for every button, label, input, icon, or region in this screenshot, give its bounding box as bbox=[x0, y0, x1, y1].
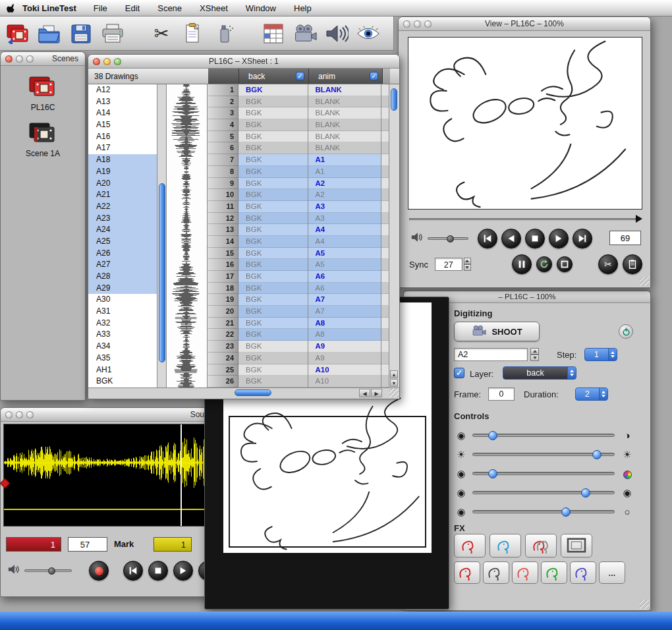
camera-icon[interactable] bbox=[291, 20, 319, 47]
back-cell[interactable]: BGK bbox=[238, 259, 308, 271]
drawing-row[interactable]: A28 bbox=[88, 271, 157, 283]
drawing-row[interactable]: A31 bbox=[88, 306, 157, 318]
sync-stepper[interactable] bbox=[464, 258, 471, 271]
drawing-row[interactable]: A35 bbox=[88, 353, 157, 364]
control-slider-4[interactable] bbox=[472, 491, 615, 494]
resize-grip[interactable] bbox=[389, 388, 399, 397]
anim-cell[interactable]: A1 bbox=[308, 166, 381, 178]
anim-cell[interactable]: A8 bbox=[308, 329, 381, 341]
menu-help[interactable]: Help bbox=[294, 3, 312, 13]
jump-start-button[interactable] bbox=[478, 229, 497, 248]
fx-more-button[interactable]: ... bbox=[599, 561, 625, 584]
sound-position-field[interactable]: 57 bbox=[68, 537, 107, 552]
fx-red-face-icon[interactable] bbox=[454, 561, 480, 584]
scrollbar-thumb[interactable] bbox=[235, 389, 271, 396]
fx-green-face-icon[interactable] bbox=[541, 561, 567, 584]
apple-menu-icon[interactable] bbox=[0, 3, 22, 13]
anim-cell[interactable]: BLANK bbox=[308, 119, 381, 131]
duration-dropdown[interactable]: 2 bbox=[575, 387, 608, 401]
drawing-row[interactable]: A17 bbox=[88, 142, 157, 154]
resize-grip[interactable] bbox=[640, 277, 649, 286]
anim-cell[interactable]: A8 bbox=[308, 318, 381, 329]
drawing-row[interactable]: A18 bbox=[88, 154, 157, 166]
anim-cell[interactable]: A2 bbox=[308, 189, 381, 201]
drawing-row[interactable]: A14 bbox=[88, 107, 157, 119]
pause-button[interactable] bbox=[512, 254, 532, 274]
scroll-right-button[interactable]: ▶ bbox=[371, 389, 382, 397]
view-eye-icon[interactable] bbox=[354, 20, 382, 47]
scrollbar-thumb[interactable] bbox=[159, 183, 165, 362]
drawing-row[interactable]: A23 bbox=[88, 213, 157, 225]
anim-cell[interactable]: A9 bbox=[308, 353, 381, 364]
drawing-row[interactable]: AH1 bbox=[88, 364, 157, 376]
anim-cell[interactable]: A5 bbox=[308, 259, 381, 271]
position-marker[interactable] bbox=[636, 215, 642, 223]
drawing-name-field[interactable]: A2 bbox=[454, 348, 528, 361]
back-cell[interactable]: BGK bbox=[238, 154, 308, 166]
new-film-icon[interactable] bbox=[4, 20, 32, 47]
control-slider-3[interactable] bbox=[472, 472, 615, 475]
anim-cell[interactable]: A2 bbox=[308, 178, 381, 190]
control-slider-5[interactable] bbox=[472, 510, 615, 513]
playhead[interactable] bbox=[181, 424, 182, 526]
drawing-row[interactable]: A32 bbox=[88, 318, 157, 329]
scroll-left-button[interactable]: ◀ bbox=[359, 389, 370, 397]
play-button[interactable] bbox=[549, 229, 569, 248]
anim-cell[interactable]: BLANK bbox=[308, 84, 381, 96]
back-cell[interactable]: BGK bbox=[238, 236, 308, 248]
menu-scene[interactable]: Scene bbox=[157, 3, 182, 13]
cut-scissors-icon[interactable]: ✂ bbox=[148, 20, 175, 47]
playback-position-slider[interactable] bbox=[409, 215, 642, 223]
drawing-stepper[interactable] bbox=[530, 348, 539, 361]
drawing-row[interactable]: A34 bbox=[88, 341, 157, 353]
drawing-row[interactable]: A27 bbox=[88, 259, 157, 271]
anim-cell[interactable]: BLANK bbox=[308, 131, 381, 143]
sync-field[interactable]: 27 bbox=[435, 258, 462, 271]
back-cell[interactable]: BGK bbox=[238, 189, 308, 201]
spray-icon[interactable] bbox=[211, 20, 238, 47]
table-scrollbar[interactable]: ▲ ▼ bbox=[389, 84, 399, 387]
back-cell[interactable]: BGK bbox=[238, 131, 308, 143]
play-button[interactable] bbox=[173, 561, 193, 581]
step-dropdown[interactable]: 1 bbox=[584, 348, 617, 361]
volume-slider[interactable] bbox=[424, 237, 468, 240]
frame-field[interactable]: 0 bbox=[488, 387, 515, 401]
back-cell[interactable]: BGK bbox=[238, 294, 308, 306]
column-header-anim[interactable]: anim✓ bbox=[309, 69, 383, 84]
back-cell[interactable]: BGK bbox=[238, 224, 308, 236]
play-reverse-button[interactable] bbox=[501, 229, 521, 248]
drawing-row[interactable]: A33 bbox=[88, 329, 157, 341]
anim-cell[interactable]: A1 bbox=[308, 154, 381, 166]
fx-dark-face-icon[interactable] bbox=[483, 561, 509, 584]
back-cell[interactable]: BGK bbox=[238, 201, 308, 213]
app-menu-title[interactable]: Toki LineTest bbox=[22, 3, 76, 13]
column-header-back[interactable]: back✓ bbox=[239, 69, 309, 84]
volume-thumb[interactable] bbox=[48, 567, 55, 575]
xsheet-grid-icon[interactable] bbox=[260, 20, 287, 47]
drawing-row[interactable]: A29 bbox=[88, 283, 157, 295]
open-folder-icon[interactable] bbox=[36, 20, 63, 47]
back-cell[interactable]: BGK bbox=[238, 107, 308, 119]
stepper-up[interactable] bbox=[530, 348, 539, 355]
back-cell[interactable]: BGK bbox=[238, 318, 308, 329]
horizontal-scrollbar[interactable]: ◀ ▶ bbox=[88, 387, 399, 398]
fx-cyan-face-icon[interactable] bbox=[490, 534, 521, 558]
back-cell[interactable]: BGK bbox=[238, 166, 308, 178]
back-cell[interactable]: BGK bbox=[238, 142, 308, 154]
slider-thumb[interactable] bbox=[488, 431, 497, 440]
back-cell[interactable]: BGK bbox=[238, 306, 308, 318]
anim-cell[interactable]: A10 bbox=[308, 376, 381, 387]
menu-edit[interactable]: Edit bbox=[125, 3, 140, 13]
stop-button[interactable] bbox=[525, 229, 545, 248]
fx-red-face-icon[interactable] bbox=[454, 534, 486, 558]
drawing-row[interactable]: A26 bbox=[88, 248, 157, 260]
menu-file[interactable]: File bbox=[94, 3, 107, 13]
fx-red-gray-face-icon[interactable] bbox=[525, 534, 557, 558]
clipboard-button[interactable] bbox=[623, 254, 642, 274]
anim-cell[interactable]: BLANK bbox=[308, 96, 381, 108]
drawing-row[interactable]: A16 bbox=[88, 131, 157, 143]
loop-button[interactable] bbox=[536, 256, 552, 272]
resize-grip[interactable] bbox=[640, 600, 649, 609]
column-checkbox[interactable]: ✓ bbox=[296, 72, 304, 80]
stepper-down[interactable] bbox=[530, 355, 539, 361]
